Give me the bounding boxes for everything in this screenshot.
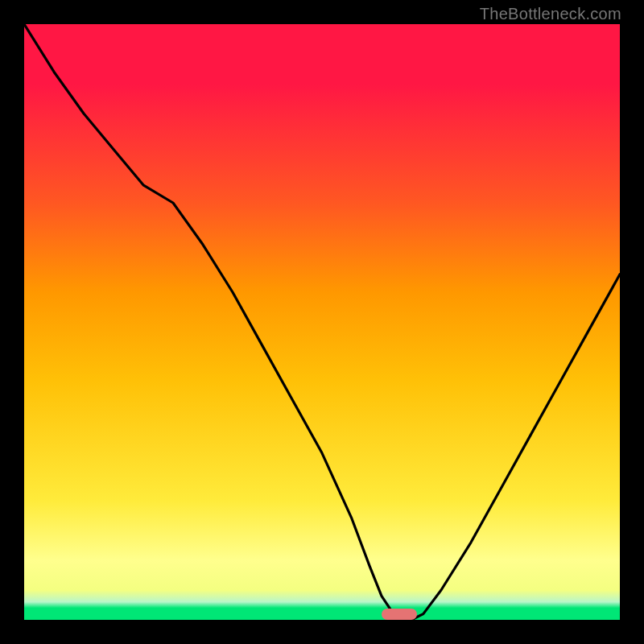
- watermark-text: TheBottleneck.com: [480, 5, 621, 23]
- bottleneck-curve: [24, 24, 620, 620]
- plot-area: [24, 24, 620, 620]
- chart-frame: TheBottleneck.com: [0, 0, 644, 644]
- curve-path: [24, 24, 620, 620]
- optimal-marker: [382, 609, 417, 620]
